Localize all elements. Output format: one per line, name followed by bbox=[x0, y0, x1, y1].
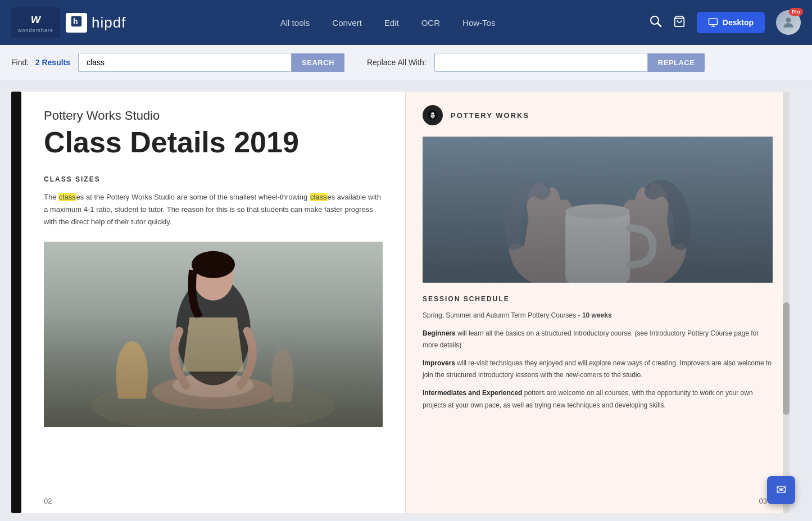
weeks-bold: 10 weeks bbox=[582, 311, 612, 319]
highlight-2: class bbox=[310, 193, 328, 201]
replace-input-wrap: REPLACE bbox=[434, 53, 705, 72]
intermediates-text: Intermediates and Experienced potters ar… bbox=[423, 387, 773, 411]
pottery-works-title: POTTERY WORKS bbox=[451, 111, 529, 120]
nav-all-tools[interactable]: All tools bbox=[280, 18, 310, 28]
search-icon[interactable] bbox=[650, 15, 662, 30]
improvers-label: Improvers bbox=[423, 359, 455, 367]
scrollbar[interactable] bbox=[783, 92, 790, 513]
right-page-content: POTTERY WORKS bbox=[406, 92, 790, 431]
pottery-image-right bbox=[423, 137, 773, 283]
navbar: w wondershare h hipdf All tools Convert … bbox=[0, 0, 812, 45]
improvers-text: Improvers will re-visit techniques they … bbox=[423, 357, 773, 382]
main-content: Pottery Works Studio Class Details 2019 … bbox=[0, 80, 812, 521]
search-input-wrap: SEARCH bbox=[78, 53, 344, 72]
nav-right: Desktop Pro bbox=[650, 10, 801, 35]
pottery-works-header: POTTERY WORKS bbox=[423, 105, 773, 125]
chat-email-button[interactable]: ✉ bbox=[767, 476, 795, 504]
find-section: Find: 2 Results SEARCH bbox=[11, 53, 344, 72]
hipdf-icon: h bbox=[66, 13, 87, 33]
pottery-image-left bbox=[44, 242, 383, 427]
search-input[interactable] bbox=[78, 53, 292, 72]
body-text-2: es at the Pottery Works Studio are some … bbox=[76, 193, 310, 201]
desktop-btn-label: Desktop bbox=[723, 18, 754, 27]
studio-title: Pottery Works Studio bbox=[44, 108, 383, 123]
page-number-left: 02 bbox=[44, 497, 52, 505]
hipdf-brand: h hipdf bbox=[66, 13, 126, 33]
nav-links: All tools Convert Edit OCR How-Tos bbox=[143, 18, 632, 28]
improvers-body: will re-visit techniques they enjoyed an… bbox=[423, 359, 772, 379]
replace-input[interactable] bbox=[434, 53, 648, 72]
svg-point-8 bbox=[786, 17, 791, 22]
replace-label: Replace All With: bbox=[367, 58, 427, 67]
nav-convert[interactable]: Convert bbox=[332, 18, 362, 28]
pdf-page-left: Pottery Works Studio Class Details 2019 … bbox=[21, 92, 406, 513]
beginners-label: Beginners bbox=[423, 329, 456, 337]
session-heading: SESSION SCHEDULE bbox=[423, 295, 773, 303]
svg-point-16 bbox=[192, 251, 235, 278]
replace-button[interactable]: REPLACE bbox=[648, 53, 705, 72]
svg-rect-19 bbox=[565, 210, 630, 283]
desktop-button[interactable]: Desktop bbox=[697, 12, 765, 33]
results-count: 2 Results bbox=[35, 58, 70, 67]
wondershare-logo: w wondershare bbox=[11, 7, 60, 38]
svg-point-11 bbox=[91, 379, 335, 428]
svg-rect-5 bbox=[709, 19, 717, 25]
brand-area: w wondershare h hipdf bbox=[11, 7, 126, 38]
pw-logo bbox=[423, 105, 443, 125]
chat-icon: ✉ bbox=[776, 483, 786, 497]
highlight-1: class bbox=[58, 193, 76, 201]
page-number-right: 03 bbox=[759, 497, 767, 505]
w-icon: w bbox=[31, 12, 40, 26]
search-button[interactable]: SEARCH bbox=[292, 53, 344, 72]
cart-icon[interactable] bbox=[673, 15, 686, 30]
replace-section: Replace All With: REPLACE bbox=[367, 53, 705, 72]
beginners-text: Beginners will learn all the basics on a… bbox=[423, 328, 773, 352]
find-label: Find: 2 Results bbox=[11, 58, 70, 67]
nav-how-tos[interactable]: How-Tos bbox=[462, 18, 495, 28]
user-avatar-wrap[interactable]: Pro bbox=[776, 10, 801, 35]
svg-point-12 bbox=[152, 375, 274, 409]
pdf-page-right: POTTERY WORKS bbox=[406, 92, 790, 513]
svg-line-3 bbox=[657, 23, 661, 26]
svg-point-20 bbox=[565, 204, 630, 219]
svg-text:h: h bbox=[73, 17, 78, 26]
beginners-body: will learn all the basics on a structure… bbox=[423, 329, 759, 350]
scroll-handle-left[interactable] bbox=[11, 92, 21, 513]
intermediates-label: Intermediates and Experienced bbox=[423, 389, 522, 397]
class-sizes-text: The classes at the Pottery Works Studio … bbox=[44, 191, 383, 228]
find-replace-bar: Find: 2 Results SEARCH Replace All With:… bbox=[0, 45, 812, 80]
pro-badge: Pro bbox=[789, 8, 803, 16]
main-title: Class Details 2019 bbox=[44, 126, 383, 158]
nav-edit[interactable]: Edit bbox=[384, 18, 399, 28]
pages-container: Pottery Works Studio Class Details 2019 … bbox=[11, 92, 801, 513]
svg-rect-18 bbox=[423, 137, 773, 283]
wondershare-label: wondershare bbox=[18, 28, 53, 33]
body-text-1: The bbox=[44, 193, 58, 201]
nav-ocr[interactable]: OCR bbox=[421, 18, 440, 28]
left-page-content: Pottery Works Studio Class Details 2019 … bbox=[21, 92, 405, 444]
hipdf-text: hipdf bbox=[92, 14, 126, 31]
session-line-1: Spring, Summer and Autumn Term Pottery C… bbox=[423, 310, 773, 322]
scrollbar-thumb[interactable] bbox=[783, 302, 790, 415]
class-sizes-heading: CLASS SIZES bbox=[44, 175, 383, 183]
svg-point-13 bbox=[173, 373, 254, 397]
